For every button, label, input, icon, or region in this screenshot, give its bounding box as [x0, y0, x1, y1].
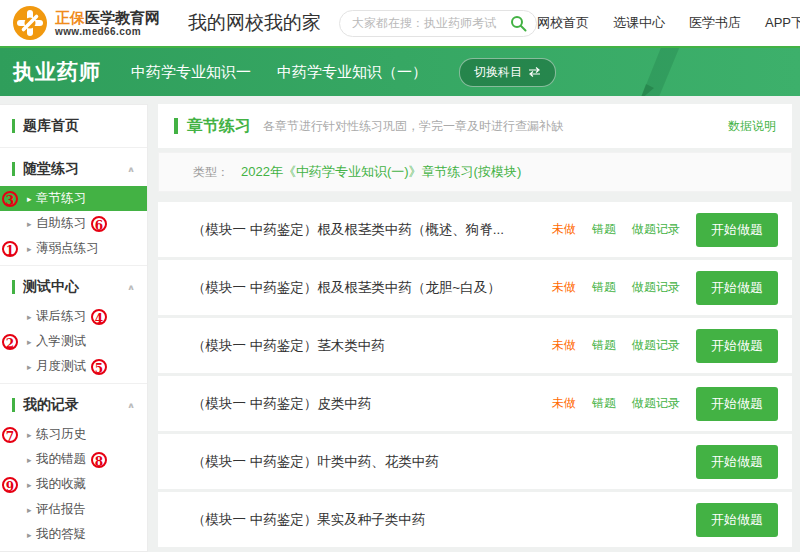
search-input[interactable]	[339, 10, 537, 37]
sidebar-item[interactable]: ▸月度测试5	[0, 354, 147, 379]
sidebar-item[interactable]: ▸章节练习3	[0, 186, 147, 211]
chevron-up-icon: ∧	[127, 401, 135, 410]
annotation-badge: 8	[91, 452, 107, 468]
caret-right-icon: ▸	[27, 430, 32, 440]
annotation-badge: 7	[2, 427, 18, 443]
sidebar-item[interactable]: ▸薄弱点练习1	[0, 236, 147, 261]
pen-decoration	[602, 48, 732, 96]
subject-banner: 执业药师 中药学专业知识一 中药学专业知识（一） 切换科目	[0, 48, 800, 96]
type-filter-card: 类型： 2022年《中药学专业知识(一)》章节练习(按模块)	[158, 152, 792, 192]
undone-link[interactable]: 未做	[552, 337, 576, 354]
logo-icon	[12, 5, 48, 41]
sidebar-item[interactable]: ▸课后练习4	[0, 304, 147, 329]
subject-tab-1[interactable]: 中药学专业知识一	[131, 63, 251, 82]
switch-subject-button[interactable]: 切换科目	[459, 58, 556, 87]
wrong-questions-link[interactable]: 错题	[592, 337, 616, 354]
annotation-badge: 3	[2, 191, 18, 207]
start-exercise-button[interactable]: 开始做题	[696, 387, 778, 421]
nav-link-bookstore[interactable]: 医学书店	[689, 14, 741, 32]
row-actions: 未做错题做题记录开始做题	[542, 329, 778, 363]
row-actions: 未做错题做题记录开始做题	[542, 213, 778, 247]
caret-right-icon: ▸	[27, 480, 32, 490]
undone-link[interactable]: 未做	[552, 279, 576, 296]
caret-right-icon: ▸	[27, 244, 32, 254]
subject-tab-2[interactable]: 中药学专业知识（一）	[277, 63, 427, 82]
exercise-row: （模块一 中药鉴定）皮类中药未做错题做题记录开始做题	[158, 376, 792, 431]
exercise-title: （模块一 中药鉴定）根及根茎类中药（龙胆~白及）	[192, 279, 501, 297]
undone-link[interactable]: 未做	[552, 395, 576, 412]
nav-link-home[interactable]: 网校首页	[537, 14, 589, 32]
site-logo[interactable]: 正保医学教育网 www.med66.com	[12, 5, 160, 41]
row-actions: 未做错题做题记录开始做题	[542, 271, 778, 305]
answer-record-link[interactable]: 做题记录	[632, 395, 680, 412]
section-header-card: 章节练习 各章节进行针对性练习巩固，学完一章及时进行查漏补缺 数据说明	[158, 104, 792, 148]
start-exercise-button[interactable]: 开始做题	[696, 445, 778, 479]
caret-right-icon: ▸	[27, 219, 32, 229]
accent-bar-icon	[12, 280, 15, 294]
top-navbar: 正保医学教育网 www.med66.com 我的网校我的家 网校首页 选课中心 …	[0, 0, 800, 48]
brand-name-dark: 医学教育网	[85, 9, 160, 26]
sidebar-item[interactable]: ▸我的答疑	[0, 522, 147, 547]
answer-record-link[interactable]: 做题记录	[632, 221, 680, 238]
sidebar-section-header[interactable]: 题库首页	[0, 109, 147, 143]
sidebar-section-header[interactable]: 测试中心∧	[0, 270, 147, 304]
search-box	[339, 10, 537, 37]
accent-bar-icon	[12, 119, 15, 133]
page-body: 题库首页随堂练习∧▸章节练习3▸自助练习6▸薄弱点练习1测试中心∧▸课后练习4▸…	[0, 96, 800, 552]
search-icon[interactable]	[510, 15, 527, 32]
annotation-badge: 4	[91, 309, 107, 325]
sidebar-section: 题库首页	[0, 105, 147, 147]
undone-link[interactable]: 未做	[552, 221, 576, 238]
row-actions: 未做错题做题记录开始做题	[542, 387, 778, 421]
page-subtitle: 各章节进行针对性练习巩固，学完一章及时进行查漏补缺	[263, 118, 563, 135]
sidebar-section-header[interactable]: 我的记录∧	[0, 388, 147, 422]
accent-bar-icon	[12, 162, 15, 176]
sidebar-section-header[interactable]: 随堂练习∧	[0, 152, 147, 186]
start-exercise-button[interactable]: 开始做题	[696, 329, 778, 363]
nav-link-courses[interactable]: 选课中心	[613, 14, 665, 32]
top-nav-links: 网校首页 选课中心 医学书店 APP下载∨ ▼	[537, 10, 800, 37]
annotation-badge: 6	[91, 216, 107, 232]
sidebar-section: 测试中心∧▸课后练习4▸入学测试2▸月度测试5	[0, 265, 147, 383]
sidebar: 题库首页随堂练习∧▸章节练习3▸自助练习6▸薄弱点练习1测试中心∧▸课后练习4▸…	[0, 104, 148, 552]
exercise-title: （模块一 中药鉴定）根及根茎类中药（概述、狗脊...	[192, 221, 504, 239]
annotation-badge: 2	[2, 334, 18, 350]
caret-right-icon: ▸	[27, 194, 32, 204]
annotation-badge: 5	[91, 359, 107, 375]
sidebar-item[interactable]: ▸自助练习6	[0, 211, 147, 236]
main-content: 章节练习 各章节进行针对性练习巩固，学完一章及时进行查漏补缺 数据说明 类型： …	[158, 104, 792, 550]
caret-right-icon: ▸	[27, 455, 32, 465]
start-exercise-button[interactable]: 开始做题	[696, 503, 778, 537]
exercise-row: （模块一 中药鉴定）根及根茎类中药（概述、狗脊...未做错题做题记录开始做题	[158, 202, 792, 257]
wrong-questions-link[interactable]: 错题	[592, 279, 616, 296]
brand-name-orange: 正保	[55, 9, 85, 26]
sidebar-section: 我的记录∧▸练习历史7▸我的错题8▸我的收藏9▸评估报告▸我的答疑	[0, 383, 147, 551]
type-label: 类型：	[193, 164, 229, 181]
sidebar-item[interactable]: ▸评估报告	[0, 497, 147, 522]
sidebar-item[interactable]: ▸我的错题8	[0, 447, 147, 472]
wrong-questions-link[interactable]: 错题	[592, 221, 616, 238]
nav-link-app-download[interactable]: APP下载∨	[765, 14, 800, 32]
caret-right-icon: ▸	[27, 505, 32, 515]
start-exercise-button[interactable]: 开始做题	[696, 213, 778, 247]
sidebar-item[interactable]: ▸入学测试2	[0, 329, 147, 354]
exercise-row: （模块一 中药鉴定）根及根茎类中药（龙胆~白及）未做错题做题记录开始做题	[158, 260, 792, 315]
answer-record-link[interactable]: 做题记录	[632, 337, 680, 354]
accent-bar-icon	[12, 398, 15, 412]
exercise-list: （模块一 中药鉴定）根及根茎类中药（概述、狗脊...未做错题做题记录开始做题（模…	[158, 202, 792, 547]
type-selected-option[interactable]: 2022年《中药学专业知识(一)》章节练习(按模块)	[241, 163, 521, 181]
start-exercise-button[interactable]: 开始做题	[696, 271, 778, 305]
row-actions: 开始做题	[686, 445, 778, 479]
page-title: 章节练习	[187, 116, 251, 137]
section-accent-bar	[174, 118, 178, 134]
caret-right-icon: ▸	[27, 337, 32, 347]
exercise-title: （模块一 中药鉴定）叶类中药、花类中药	[192, 453, 439, 471]
sidebar-item[interactable]: ▸练习历史7	[0, 422, 147, 447]
answer-record-link[interactable]: 做题记录	[632, 279, 680, 296]
caret-right-icon: ▸	[27, 312, 32, 322]
chevron-up-icon: ∧	[127, 165, 135, 174]
sidebar-item[interactable]: ▸我的收藏9	[0, 472, 147, 497]
exercise-title: （模块一 中药鉴定）皮类中药	[192, 395, 371, 413]
data-note-link[interactable]: 数据说明	[728, 118, 776, 135]
wrong-questions-link[interactable]: 错题	[592, 395, 616, 412]
